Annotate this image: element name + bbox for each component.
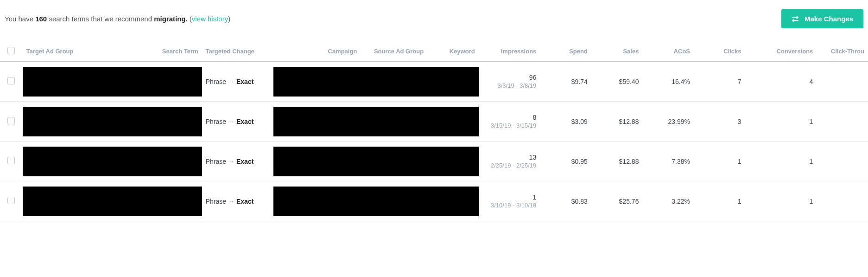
col-spend[interactable]: Spend bbox=[540, 42, 591, 62]
table-row: Phrase→Exact83/15/19 - 3/15/19$3.09$12.8… bbox=[0, 102, 868, 142]
clicks-cell: 3 bbox=[694, 102, 745, 142]
row-checkbox[interactable] bbox=[7, 77, 15, 84]
impressions-value: 1 bbox=[482, 193, 537, 201]
change-from: Phrase bbox=[206, 118, 226, 125]
paren-open: ( bbox=[188, 15, 192, 23]
campaign-cell bbox=[273, 181, 478, 221]
row-checkbox[interactable] bbox=[7, 117, 15, 124]
paren-close: ) bbox=[228, 15, 230, 23]
row-checkbox-cell bbox=[0, 181, 23, 221]
make-changes-label: Make Changes bbox=[805, 15, 853, 23]
row-checkbox-cell bbox=[0, 62, 23, 102]
redacted-block bbox=[273, 187, 478, 216]
recommendations-table: Target Ad Group Search Term Targeted Cha… bbox=[0, 42, 868, 221]
change-to: Exact bbox=[236, 78, 253, 85]
col-conversions[interactable]: Conversions bbox=[745, 42, 817, 62]
table-row: Phrase→Exact13/10/19 - 3/10/19$0.83$25.7… bbox=[0, 181, 868, 221]
change-to: Exact bbox=[236, 198, 253, 205]
campaign-cell bbox=[273, 102, 478, 142]
targeted-change-cell: Phrase→Exact bbox=[202, 142, 274, 181]
impressions-value: 13 bbox=[482, 154, 537, 161]
ctr-cell bbox=[817, 142, 868, 181]
arrow-right-icon: → bbox=[228, 198, 234, 205]
col-ctr[interactable]: Click-Throu bbox=[817, 42, 868, 62]
targeted-change-cell: Phrase→Exact bbox=[202, 102, 274, 142]
conversions-cell: 1 bbox=[745, 181, 817, 221]
acos-cell: 23.99% bbox=[642, 102, 694, 142]
change-from: Phrase bbox=[206, 78, 226, 85]
redacted-block bbox=[23, 67, 202, 97]
target-ad-group-cell bbox=[23, 142, 202, 181]
conversions-cell: 4 bbox=[745, 62, 817, 102]
col-search-term[interactable]: Search Term bbox=[151, 42, 202, 62]
arrow-right-icon: → bbox=[228, 118, 234, 125]
col-campaign[interactable]: Campaign bbox=[273, 42, 361, 62]
redacted-block bbox=[23, 187, 202, 216]
ctr-cell bbox=[817, 62, 868, 102]
acos-cell: 3.22% bbox=[642, 181, 694, 221]
impressions-dates: 2/25/19 - 2/25/19 bbox=[482, 162, 537, 169]
col-sales[interactable]: Sales bbox=[591, 42, 643, 62]
clicks-cell: 7 bbox=[694, 62, 745, 102]
ctr-cell bbox=[817, 102, 868, 142]
col-targeted-change[interactable]: Targeted Change bbox=[202, 42, 274, 62]
arrow-right-icon: → bbox=[228, 158, 234, 165]
spend-cell: $0.83 bbox=[540, 181, 591, 221]
spend-cell: $3.09 bbox=[540, 102, 591, 142]
recommendation-summary: You have 160 search terms that we recomm… bbox=[5, 15, 230, 23]
impressions-dates: 3/3/19 - 3/8/19 bbox=[482, 82, 537, 89]
acos-cell: 7.38% bbox=[642, 142, 694, 181]
conversions-cell: 1 bbox=[745, 102, 817, 142]
impressions-dates: 3/15/19 - 3/15/19 bbox=[482, 122, 537, 129]
row-checkbox[interactable] bbox=[7, 197, 15, 204]
view-history-link[interactable]: view history bbox=[192, 15, 228, 23]
row-checkbox[interactable] bbox=[7, 157, 15, 164]
header-checkbox-col bbox=[0, 42, 23, 62]
change-from: Phrase bbox=[206, 158, 226, 165]
sales-cell: $12.88 bbox=[591, 102, 643, 142]
target-ad-group-cell bbox=[23, 102, 202, 142]
make-changes-button[interactable]: Make Changes bbox=[781, 9, 863, 28]
target-ad-group-cell bbox=[23, 181, 202, 221]
campaign-cell bbox=[273, 62, 478, 102]
redacted-block bbox=[273, 107, 478, 136]
change-to: Exact bbox=[236, 118, 253, 125]
redacted-block bbox=[273, 67, 478, 97]
redacted-block bbox=[23, 107, 202, 136]
sales-cell: $25.76 bbox=[591, 181, 643, 221]
col-acos[interactable]: ACoS bbox=[642, 42, 694, 62]
target-ad-group-cell bbox=[23, 62, 202, 102]
summary-prefix: You have bbox=[5, 15, 35, 23]
impressions-cell: 83/15/19 - 3/15/19 bbox=[479, 102, 540, 142]
targeted-change-cell: Phrase→Exact bbox=[202, 62, 274, 102]
targeted-change-cell: Phrase→Exact bbox=[202, 181, 274, 221]
summary-action: migrating. bbox=[154, 15, 188, 23]
swap-icon bbox=[792, 15, 799, 23]
table-row: Phrase→Exact132/25/19 - 2/25/19$0.95$12.… bbox=[0, 142, 868, 181]
change-to: Exact bbox=[236, 158, 253, 165]
col-impressions[interactable]: Impressions bbox=[479, 42, 540, 62]
impressions-dates: 3/10/19 - 3/10/19 bbox=[482, 202, 537, 209]
campaign-cell bbox=[273, 142, 478, 181]
clicks-cell: 1 bbox=[694, 181, 745, 221]
col-target-ad-group[interactable]: Target Ad Group bbox=[23, 42, 151, 62]
row-checkbox-cell bbox=[0, 142, 23, 181]
table-row: Phrase→Exact963/3/19 - 3/8/19$9.74$59.40… bbox=[0, 62, 868, 102]
redacted-block bbox=[273, 147, 478, 176]
impressions-value: 8 bbox=[482, 114, 537, 121]
arrow-right-icon: → bbox=[228, 78, 234, 85]
impressions-cell: 13/10/19 - 3/10/19 bbox=[479, 181, 540, 221]
col-keyword[interactable]: Keyword bbox=[427, 42, 479, 62]
row-checkbox-cell bbox=[0, 102, 23, 142]
conversions-cell: 1 bbox=[745, 142, 817, 181]
spend-cell: $0.95 bbox=[540, 142, 591, 181]
sales-cell: $12.88 bbox=[591, 142, 643, 181]
summary-middle: search terms that we recommend bbox=[47, 15, 154, 23]
select-all-checkbox[interactable] bbox=[7, 47, 15, 54]
redacted-block bbox=[23, 147, 202, 176]
col-source-ad-group[interactable]: Source Ad Group bbox=[361, 42, 427, 62]
ctr-cell bbox=[817, 181, 868, 221]
summary-count: 160 bbox=[35, 15, 47, 23]
col-clicks[interactable]: Clicks bbox=[694, 42, 745, 62]
spend-cell: $9.74 bbox=[540, 62, 591, 102]
